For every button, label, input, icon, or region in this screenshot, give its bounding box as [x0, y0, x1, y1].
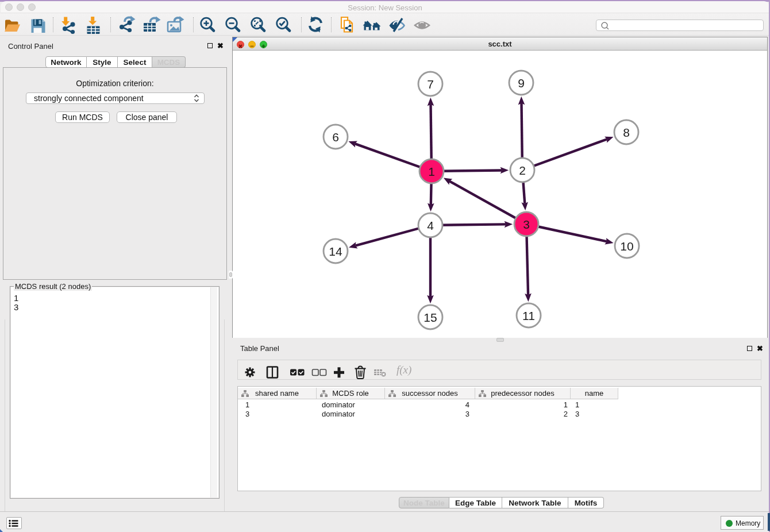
svg-text:10: 10	[620, 240, 633, 253]
svg-text:11: 11	[522, 309, 535, 322]
svg-text:8: 8	[623, 126, 630, 139]
svg-text:9: 9	[518, 76, 525, 90]
svg-text:4: 4	[427, 219, 434, 232]
svg-text:7: 7	[427, 78, 434, 91]
svg-text:3: 3	[523, 218, 530, 231]
svg-text:15: 15	[424, 311, 437, 324]
svg-text:6: 6	[332, 130, 339, 144]
svg-text:2: 2	[519, 164, 526, 177]
svg-text:14: 14	[329, 245, 342, 258]
svg-text:1: 1	[428, 165, 435, 178]
